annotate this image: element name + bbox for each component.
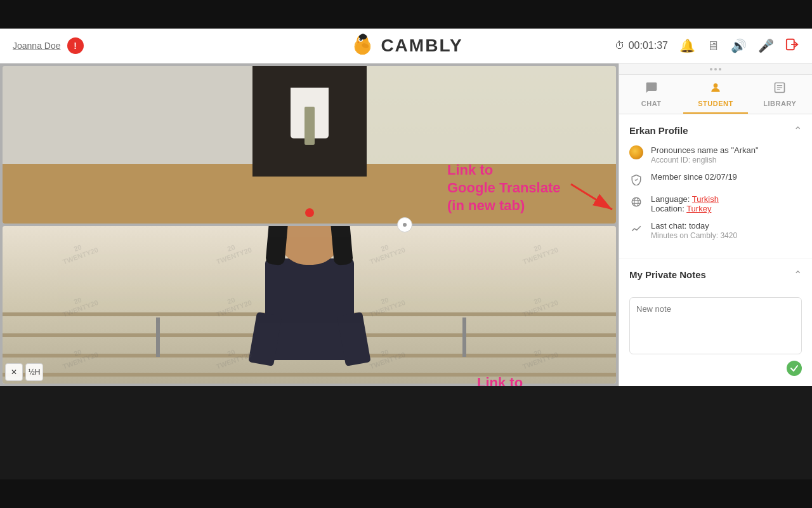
collapse-panel-button[interactable] [397, 217, 412, 232]
activity-icon [629, 222, 643, 236]
recording-dot [305, 208, 314, 217]
student-avatar [629, 145, 643, 159]
right-panel: CHAT STUDENT [619, 64, 812, 386]
notes-input[interactable] [629, 297, 802, 354]
panel-tabs: CHAT STUDENT [619, 75, 812, 114]
video-bottom: 20TWENTY20 20TWENTY20 20TWENTY20 20TWENT… [3, 226, 616, 384]
logo-text: CAMBLY [381, 36, 462, 56]
header-right: ⏱ 00:01:37 🔔 🖥 🔊 🎤 [615, 37, 799, 55]
notes-section: My Private Notes ⌃ [619, 258, 812, 386]
save-note-button[interactable] [787, 361, 802, 376]
svg-point-30 [634, 197, 638, 206]
student-tab-label: STUDENT [698, 100, 733, 107]
profile-collapse-button[interactable]: ⌃ [794, 124, 802, 137]
shield-icon [629, 173, 643, 187]
half-height-button[interactable]: ½H [25, 363, 43, 381]
globe-icon [629, 195, 643, 209]
profile-section-header: Erkan Profile ⌃ [629, 124, 802, 137]
library-tab-label: LIBRARY [763, 100, 796, 107]
library-tab-icon [773, 81, 786, 97]
notes-footer [629, 361, 802, 376]
profile-pronunciation: Pronounces name as "Arkan" [651, 145, 802, 155]
svg-point-29 [632, 197, 641, 206]
video-section: Link to Google Translate (in new tab) Li… [0, 64, 619, 386]
tab-chat[interactable]: CHAT [619, 75, 683, 114]
profile-location: Location: Turkey [651, 204, 802, 213]
bottom-controls: ✕ ½H [5, 363, 43, 381]
mic-icon[interactable]: 🎤 [758, 38, 774, 53]
top-black-bar [0, 0, 812, 29]
profile-minutes: Minutes on Cambly: 3420 [651, 231, 802, 240]
timer-icon: ⏱ [615, 40, 625, 51]
profile-chat-row: Last chat: today Minutes on Cambly: 3420 [629, 221, 802, 240]
notes-title: My Private Notes [629, 269, 706, 280]
video-top [3, 66, 616, 224]
profile-activity-info: Last chat: today Minutes on Cambly: 3420 [651, 221, 802, 240]
user-name[interactable]: Joanna Doe [13, 41, 61, 51]
profile-title: Erkan Profile [629, 125, 688, 136]
profile-account-id: Account ID: english [651, 156, 802, 164]
header-left: Joanna Doe ! [13, 37, 84, 54]
profile-location-info: Language: Turkish Location: Turkey [651, 194, 802, 213]
timer: ⏱ 00:01:37 [615, 40, 668, 51]
bell-icon[interactable]: 🔔 [679, 38, 695, 53]
close-button[interactable]: ✕ [5, 363, 23, 381]
profile-member-row: Member since 02/07/19 [629, 172, 802, 187]
tab-student[interactable]: STUDENT [683, 75, 747, 114]
profile-member-since: Member since 02/07/19 [651, 172, 802, 182]
profile-section: Erkan Profile ⌃ Pronounces name as "Arka… [619, 114, 812, 258]
content-area: Link to Google Translate (in new tab) Li… [0, 64, 812, 386]
chat-tab-icon [645, 81, 658, 97]
watermark: 20TWENTY20 20TWENTY20 20TWENTY20 20TWENT… [3, 226, 616, 384]
svg-point-23 [403, 223, 407, 227]
profile-language-row: Language: Turkish Location: Turkey [629, 194, 802, 213]
svg-point-10 [361, 34, 365, 37]
handle-dots [710, 68, 721, 70]
volume-icon[interactable]: 🔊 [731, 38, 747, 53]
panel-handle[interactable] [619, 64, 812, 75]
chat-tab-label: CHAT [641, 100, 662, 107]
profile-member-info: Member since 02/07/19 [651, 172, 802, 182]
exit-icon[interactable] [785, 37, 799, 55]
profile-name-info: Pronounces name as "Arkan" Account ID: e… [651, 145, 802, 164]
profile-language: Language: Turkish [651, 194, 802, 204]
tab-library[interactable]: LIBRARY [748, 75, 812, 114]
notes-collapse-button[interactable]: ⌃ [794, 269, 802, 281]
alert-button[interactable]: ! [67, 37, 84, 54]
location-link[interactable]: Turkey [686, 204, 711, 213]
screen-share-icon[interactable]: 🖥 [707, 39, 719, 53]
language-link[interactable]: Turkish [692, 194, 719, 204]
profile-last-chat: Last chat: today [651, 221, 802, 231]
notes-section-header: My Private Notes ⌃ [629, 269, 802, 281]
cambly-logo-bird [349, 32, 376, 59]
svg-point-24 [714, 83, 718, 88]
panel-content: Erkan Profile ⌃ Pronounces name as "Arka… [619, 114, 812, 386]
bottom-black-bar [0, 479, 812, 508]
header: Joanna Doe ! CAMBLY ⏱ 00:01 [0, 29, 812, 64]
timer-value: 00:01:37 [629, 40, 668, 51]
profile-pronunciation-row: Pronounces name as "Arkan" Account ID: e… [629, 145, 802, 164]
logo-container: CAMBLY [349, 32, 462, 59]
student-tab-icon [709, 81, 722, 97]
